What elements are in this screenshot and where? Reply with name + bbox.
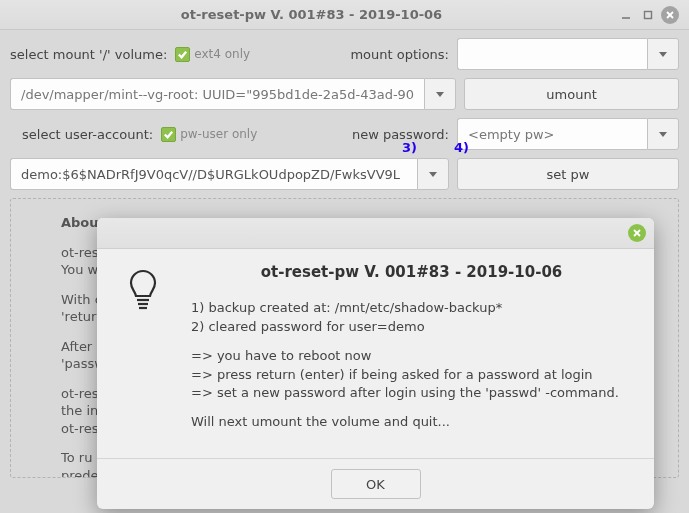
about-line: After bbox=[61, 339, 92, 354]
chevron-down-icon[interactable] bbox=[424, 78, 456, 110]
checkbox-pwuser[interactable]: pw-user only bbox=[161, 127, 257, 142]
dialog-line: => you have to reboot now bbox=[191, 348, 371, 363]
userhash-field[interactable]: demo:$6$NADrRfJ9V0qcV//D$URGLkOUdpopZD/F… bbox=[10, 158, 417, 190]
dialog-body: ot-reset-pw V. 001#83 - 2019-10-06 1) ba… bbox=[97, 249, 654, 458]
checkbox-ext4[interactable]: ext4 only bbox=[175, 47, 250, 62]
setpw-button[interactable]: set pw bbox=[457, 158, 679, 190]
label-select-mount: select mount '/' volume: bbox=[10, 47, 167, 62]
dialog-titlebar bbox=[97, 218, 654, 249]
about-line: ot-res bbox=[61, 245, 99, 260]
dialog-close-button[interactable] bbox=[628, 224, 646, 242]
info-dialog: ot-reset-pw V. 001#83 - 2019-10-06 1) ba… bbox=[97, 218, 654, 509]
about-heading: Abou bbox=[61, 215, 99, 230]
dialog-title: ot-reset-pw V. 001#83 - 2019-10-06 bbox=[191, 263, 632, 281]
chevron-down-icon[interactable] bbox=[647, 38, 679, 70]
label-select-user: select user-account: bbox=[22, 127, 153, 142]
svg-rect-1 bbox=[645, 11, 652, 18]
dialog-footer: OK bbox=[97, 458, 654, 509]
lightbulb-icon bbox=[113, 263, 173, 442]
about-line: ot-res bbox=[61, 421, 99, 436]
step-4-label: 4) bbox=[454, 140, 469, 155]
titlebar: ot-reset-pw V. 001#83 - 2019-10-06 bbox=[0, 0, 689, 30]
row-userhash: 3) 4) demo:$6$NADrRfJ9V0qcV//D$URGLkOUdp… bbox=[10, 158, 679, 190]
ok-button[interactable]: OK bbox=[331, 469, 421, 499]
dialog-text: 1) backup created at: /mnt/etc/shadow-ba… bbox=[191, 299, 632, 432]
step-3-label: 3) bbox=[402, 140, 417, 155]
dialog-line: => press return (enter) if being asked f… bbox=[191, 367, 593, 382]
dialog-line: 1) backup created at: /mnt/etc/shadow-ba… bbox=[191, 300, 502, 315]
svg-marker-7 bbox=[429, 172, 437, 177]
device-field[interactable]: /dev/mapper/mint--vg-root: UUID="995bd1d… bbox=[10, 78, 424, 110]
chevron-down-icon[interactable] bbox=[647, 118, 679, 150]
dialog-line: => set a new password after login using … bbox=[191, 385, 619, 400]
svg-marker-5 bbox=[436, 92, 444, 97]
row-user: select user-account: pw-user only new pa… bbox=[10, 118, 679, 150]
about-line: To ru bbox=[61, 450, 92, 465]
checkbox-ext4-label: ext4 only bbox=[194, 47, 250, 61]
about-line: prede bbox=[61, 468, 99, 478]
checkbox-pwuser-label: pw-user only bbox=[180, 127, 257, 141]
new-password-combo[interactable]: <empty pw> bbox=[457, 118, 679, 150]
svg-marker-4 bbox=[659, 52, 667, 57]
dialog-line: Will next umount the volume and quit... bbox=[191, 414, 450, 429]
about-line: You w bbox=[61, 262, 98, 277]
row-device: /dev/mapper/mint--vg-root: UUID="995bd1d… bbox=[10, 78, 679, 110]
close-button[interactable] bbox=[661, 6, 679, 24]
new-password-field[interactable]: <empty pw> bbox=[457, 118, 647, 150]
mount-options-combo[interactable] bbox=[457, 38, 679, 70]
device-combo[interactable]: /dev/mapper/mint--vg-root: UUID="995bd1d… bbox=[10, 78, 456, 110]
mount-options-field[interactable] bbox=[457, 38, 647, 70]
check-icon bbox=[161, 127, 176, 142]
svg-marker-6 bbox=[659, 132, 667, 137]
maximize-button[interactable] bbox=[639, 6, 657, 24]
check-icon bbox=[175, 47, 190, 62]
about-line: 'retur bbox=[61, 309, 96, 324]
dialog-line: 2) cleared password for user=demo bbox=[191, 319, 425, 334]
userhash-combo[interactable]: demo:$6$NADrRfJ9V0qcV//D$URGLkOUdpopZD/F… bbox=[10, 158, 449, 190]
about-line: With c bbox=[61, 292, 102, 307]
about-line: the in bbox=[61, 403, 98, 418]
minimize-button[interactable] bbox=[617, 6, 635, 24]
chevron-down-icon[interactable] bbox=[417, 158, 449, 190]
label-new-password: new password: bbox=[352, 127, 449, 142]
window-title: ot-reset-pw V. 001#83 - 2019-10-06 bbox=[10, 7, 613, 22]
label-mount-options: mount options: bbox=[350, 47, 449, 62]
about-line: ot-res bbox=[61, 386, 99, 401]
umount-button[interactable]: umount bbox=[464, 78, 679, 110]
row-mount: select mount '/' volume: ext4 only mount… bbox=[10, 38, 679, 70]
